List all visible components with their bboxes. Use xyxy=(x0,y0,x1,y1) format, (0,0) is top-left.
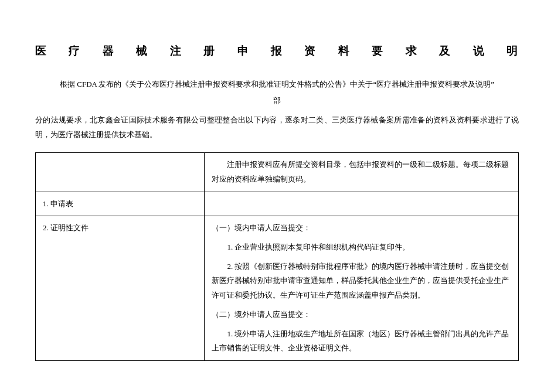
intro-paragraph: 分的法规要求，北京鑫金证国际技术服务有限公司整理整合出以下内容，逐条对二类、三类… xyxy=(35,113,519,142)
cell-row0-left xyxy=(36,153,205,192)
row2-heading-2: （二）境外申请人应当提交： xyxy=(212,308,511,322)
document-title: 医 疗 器 械 注 册 申 报 资 料 要 求 及 说 明 xyxy=(35,41,519,61)
table-row: 2. 证明性文件 （一）境内申请人应当提交： 1. 企业营业执照副本复印件和组织… xyxy=(36,216,519,361)
row0-right-text: 注册申报资料应有所提交资料目录，包括申报资料的一级和二级标题。每项二级标题对应的… xyxy=(212,158,511,186)
row2-item-1: 1. 企业营业执照副本复印件和组织机构代码证复印件。 xyxy=(212,240,511,255)
requirements-table: 注册申报资料应有所提交资料目录，包括申报资料的一级和二级标题。每项二级标题对应的… xyxy=(35,152,519,361)
cell-row1-left: 1. 申请表 xyxy=(36,192,205,216)
cell-row2-left: 2. 证明性文件 xyxy=(36,216,205,361)
intro-line-1-sub: 部 xyxy=(35,94,519,107)
table-row: 1. 申请表 xyxy=(36,192,519,216)
intro-line-1: 根据 CFDA 发布的《关于公布医疗器械注册申报资料要求和批准证明文件格式的公告… xyxy=(35,77,519,91)
row2-item-3: 1. 境外申请人注册地或生产地址所在国家（地区）医疗器械主管部门出具的允许产品上… xyxy=(212,327,511,356)
cell-row2-right: （一）境内申请人应当提交： 1. 企业营业执照副本复印件和组织机构代码证复印件。… xyxy=(205,216,519,361)
row2-item-2: 2. 按照《创新医疗器械特别审批程序审批》的境内医疗器械申请注册时，应当提交创新… xyxy=(212,260,511,303)
cell-row0-right: 注册申报资料应有所提交资料目录，包括申报资料的一级和二级标题。每项二级标题对应的… xyxy=(205,153,519,192)
cell-row1-right xyxy=(205,192,519,216)
row2-heading-1: （一）境内申请人应当提交： xyxy=(212,221,511,236)
table-row: 注册申报资料应有所提交资料目录，包括申报资料的一级和二级标题。每项二级标题对应的… xyxy=(36,153,519,192)
